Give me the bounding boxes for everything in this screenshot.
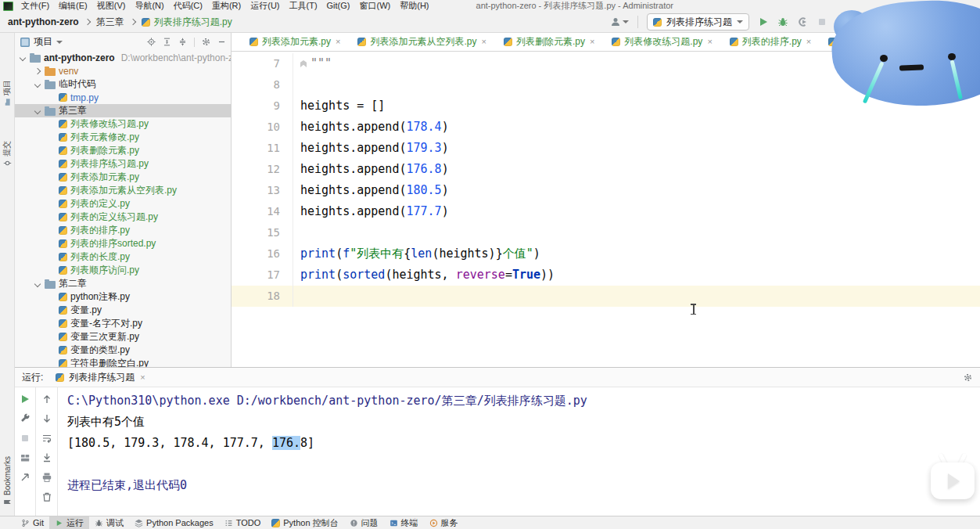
breadcrumb-project[interactable]: ant-python-zero — [8, 16, 79, 27]
tree-item[interactable]: 列表元素修改.py — [14, 131, 231, 144]
stop-button[interactable] — [817, 16, 827, 27]
tree-item[interactable]: 列表的定义练习题.py — [14, 211, 231, 224]
tree-item[interactable]: 列表的长度.py — [14, 250, 231, 264]
hide-panel-icon[interactable] — [217, 38, 226, 46]
editor-tab[interactable]: 列表修改练习题.py× — [603, 33, 720, 51]
fold-marker-icon[interactable] — [300, 60, 307, 67]
tab-close-icon[interactable]: × — [806, 38, 811, 46]
statusbar-item-python-控制台[interactable]: Python 控制台 — [266, 516, 343, 529]
tree-item[interactable]: 列表顺序访问.py — [14, 264, 231, 277]
chevron-icon[interactable] — [34, 107, 41, 113]
pin-tab-button[interactable] — [20, 472, 31, 483]
scroll-to-end-button[interactable] — [41, 452, 52, 463]
stripe-button-folder[interactable]: 项目 — [2, 69, 13, 117]
editor-tab[interactable]: 列表添加元素从空列表.py× — [349, 33, 494, 51]
statusbar-item-python-packages[interactable]: Python Packages — [129, 516, 219, 529]
run-tab[interactable]: 列表排序练习题 × — [51, 368, 149, 387]
statusbar-item-终端[interactable]: 终端 — [384, 516, 424, 529]
tree-item[interactable]: 变量三次更新.py — [14, 330, 231, 344]
tab-close-icon[interactable]: × — [932, 38, 936, 46]
chevron-icon[interactable] — [34, 67, 41, 74]
editor-tab[interactable]: 列表的排序sorted.py× — [820, 33, 945, 51]
chevron-down-icon[interactable] — [56, 41, 63, 44]
chevron-icon[interactable] — [34, 81, 41, 87]
statusbar-item-问题[interactable]: 问题 — [344, 516, 384, 529]
tree-item[interactable]: venv — [14, 64, 231, 77]
tree-item[interactable]: python注释.py — [14, 290, 231, 304]
menu-item[interactable]: 代码(C) — [169, 0, 207, 12]
debug-button[interactable] — [777, 16, 788, 27]
menu-item[interactable]: Git(G) — [322, 0, 355, 12]
tab-close-icon[interactable]: × — [707, 38, 712, 46]
run-console[interactable]: C:\Python310\python.exe D:/workbench/ant… — [58, 387, 980, 516]
stripe-button-bookmark[interactable]: Bookmarks — [2, 457, 13, 506]
settings-gear-icon[interactable] — [202, 38, 210, 46]
soft-wrap-button[interactable] — [41, 433, 52, 444]
down-stack-trace-button[interactable] — [41, 413, 52, 424]
run-settings-button[interactable] — [20, 413, 31, 424]
expand-all-icon[interactable] — [163, 38, 171, 46]
menu-item[interactable]: 运行(U) — [246, 0, 284, 12]
settings-gear-icon[interactable] — [964, 373, 972, 382]
menu-item[interactable]: 编辑(E) — [54, 0, 92, 12]
tree-item[interactable]: 临时代码 — [14, 77, 231, 91]
locate-file-icon[interactable] — [147, 38, 156, 46]
tree-item[interactable]: tmp.py — [14, 91, 231, 104]
clear-all-button[interactable] — [41, 491, 52, 502]
editor-tab[interactable]: 列表删除元素.py× — [495, 33, 603, 51]
tab-close-icon[interactable]: × — [140, 373, 145, 382]
tab-close-icon[interactable]: × — [590, 38, 594, 46]
tree-item[interactable]: 列表的排序sorted.py — [14, 237, 231, 250]
run-button[interactable] — [758, 16, 769, 27]
collapse-all-icon[interactable] — [178, 38, 187, 46]
editor-tab[interactable]: 列表的长度× — [945, 33, 980, 51]
run-panel-label: 运行: — [16, 371, 43, 384]
tree-item[interactable]: 变量-名字不对.py — [14, 317, 231, 330]
statusbar-item-git[interactable]: Git — [16, 516, 49, 529]
tab-close-icon[interactable]: × — [481, 38, 486, 46]
breadcrumb-folder[interactable]: 第三章 — [96, 16, 124, 29]
menu-item[interactable]: 重构(R) — [207, 0, 246, 12]
user-menu-button[interactable] — [610, 16, 629, 27]
tree-item[interactable]: 列表添加元素.py — [14, 171, 231, 184]
chevron-icon[interactable] — [34, 280, 41, 286]
tab-close-icon[interactable]: × — [336, 38, 340, 46]
editor-tab[interactable]: 列表添加元素.py× — [241, 33, 349, 51]
menu-item[interactable]: 视图(V) — [92, 0, 131, 12]
statusbar-item-todo[interactable]: TODO — [219, 516, 267, 529]
menu-item[interactable]: 工具(T) — [285, 0, 322, 12]
statusbar-item-label: Python Packages — [146, 518, 214, 527]
stop-button[interactable] — [20, 433, 31, 444]
code-token: heights.append( — [300, 120, 406, 134]
tree-item[interactable]: 列表的定义.py — [14, 197, 231, 211]
menu-item[interactable]: 导航(N) — [130, 0, 168, 12]
code-editor[interactable]: 7"""89heights = []10heights.append(178.4… — [232, 52, 980, 367]
menu-item[interactable]: 文件(F) — [16, 0, 54, 12]
menu-item[interactable]: 窗口(W) — [355, 0, 396, 12]
tree-item[interactable]: 列表的排序.py — [14, 224, 231, 237]
run-with-coverage-button[interactable] — [797, 16, 808, 27]
editor-tab[interactable]: 列表的排序.py× — [721, 33, 820, 51]
tree-item[interactable]: 列表排序练习题.py — [14, 157, 231, 171]
statusbar-item-调试[interactable]: 调试 — [89, 516, 129, 529]
restore-layout-button[interactable] — [20, 452, 31, 463]
tree-item[interactable]: 列表添加元素从空列表.py — [14, 184, 231, 197]
print-button[interactable] — [41, 472, 52, 483]
tree-item[interactable]: ant-python-zeroD:\workbench\ant-python-z… — [14, 51, 231, 64]
statusbar-item-服务[interactable]: 服务 — [424, 516, 464, 529]
run-configuration-select[interactable]: 列表排序练习题 — [647, 13, 749, 31]
tree-item[interactable]: 列表修改练习题.py — [14, 117, 231, 131]
stripe-button-commit[interactable]: 提交 — [2, 130, 13, 178]
chevron-icon[interactable] — [20, 54, 26, 60]
tree-item[interactable]: 第二章 — [14, 277, 231, 290]
tree-item[interactable]: 第三章 — [14, 104, 231, 117]
rerun-button[interactable] — [20, 394, 31, 405]
breadcrumb-file[interactable]: 列表排序练习题.py — [142, 16, 232, 29]
tree-item[interactable]: 字符串删除空白.py — [14, 357, 231, 367]
tree-item[interactable]: 变量的类型.py — [14, 344, 231, 357]
menu-item[interactable]: 帮助(H) — [395, 0, 433, 12]
statusbar-item-运行[interactable]: 运行 — [49, 516, 89, 529]
tree-item[interactable]: 列表删除元素.py — [14, 144, 231, 157]
up-stack-trace-button[interactable] — [41, 394, 52, 405]
tree-item[interactable]: 变量.py — [14, 304, 231, 317]
